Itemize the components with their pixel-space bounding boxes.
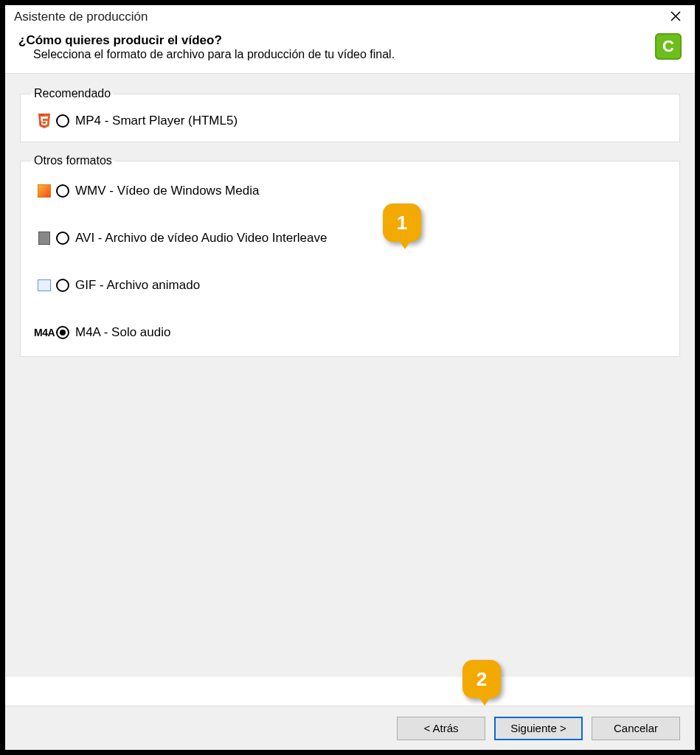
dialog-window: Asistente de producción ¿Cómo quieres pr… (4, 4, 696, 751)
wmv-icon (37, 184, 52, 198)
option-wmv-label: WMV - Vídeo de Windows Media (75, 184, 259, 198)
option-mp4[interactable]: MP4 - Smart Player (HTML5) (34, 109, 666, 133)
radio-m4a[interactable] (56, 326, 69, 339)
camtasia-logo-icon: C (655, 33, 682, 60)
dialog-body: Recomendado MP4 - Smart Player (HTML5) O… (5, 74, 695, 677)
option-m4a-label: M4A - Solo audio (75, 325, 170, 340)
header-subtitle: Selecciona el formato de archivo para la… (33, 48, 395, 61)
close-icon[interactable] (665, 10, 686, 24)
option-gif-label: GIF - Archivo animado (75, 278, 200, 293)
option-gif[interactable]: GIF - Archivo animado (34, 271, 666, 300)
group-recommended-legend: Recomendado (31, 87, 114, 100)
back-button[interactable]: < Atrás (397, 717, 485, 740)
next-button[interactable]: Siguiente > (494, 717, 583, 740)
group-recommended: Recomendado MP4 - Smart Player (HTML5) (20, 87, 680, 142)
radio-gif[interactable] (56, 279, 69, 292)
avi-icon (37, 231, 52, 246)
window-title: Asistente de producción (14, 10, 148, 24)
header-question: ¿Cómo quieres producir el vídeo? (18, 33, 395, 48)
radio-mp4[interactable] (56, 114, 69, 128)
group-other: Otros formatos WMV - Vídeo de Windows Me… (20, 154, 680, 357)
radio-wmv[interactable] (56, 184, 69, 198)
html5-icon (37, 114, 52, 128)
option-wmv[interactable]: WMV - Vídeo de Windows Media (34, 176, 666, 206)
option-avi[interactable]: AVI - Archivo de vídeo Audio Video Inter… (34, 223, 666, 253)
group-other-legend: Otros formatos (31, 154, 115, 167)
gif-icon (37, 278, 52, 293)
annotation-callout-2: 2 (462, 660, 501, 698)
titlebar: Asistente de producción (5, 5, 695, 26)
option-mp4-label: MP4 - Smart Player (HTML5) (75, 114, 238, 128)
option-m4a[interactable]: M4A M4A - Solo audio (34, 318, 666, 347)
annotation-callout-1: 1 (383, 203, 421, 242)
header: ¿Cómo quieres producir el vídeo? Selecci… (5, 26, 695, 74)
option-avi-label: AVI - Archivo de vídeo Audio Video Inter… (75, 231, 327, 246)
cancel-button[interactable]: Cancelar (592, 717, 680, 740)
m4a-icon: M4A (37, 325, 52, 340)
header-text: ¿Cómo quieres producir el vídeo? Selecci… (18, 33, 395, 61)
radio-avi[interactable] (56, 232, 69, 245)
dialog-footer: < Atrás Siguiente > Cancelar (5, 706, 695, 750)
